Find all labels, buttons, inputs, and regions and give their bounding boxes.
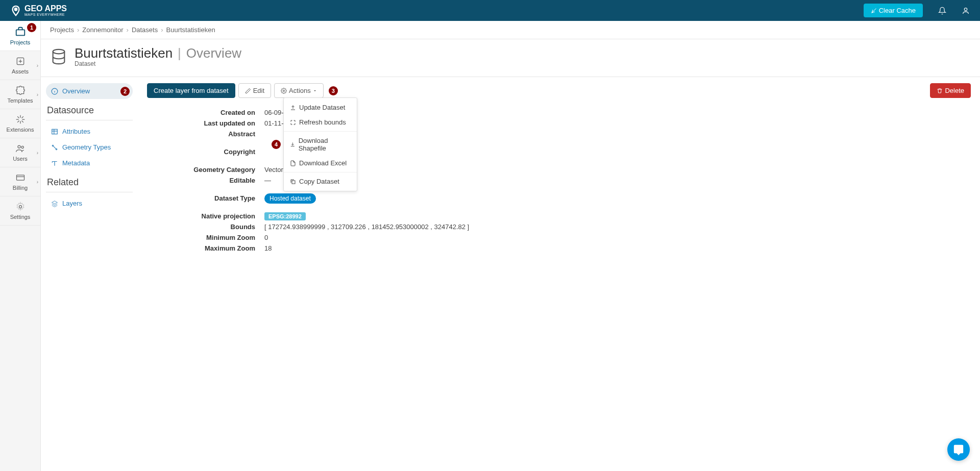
svg-point-11 [52,145,53,146]
briefcase-icon [15,26,26,37]
page-tab-name: Overview [186,45,241,61]
nav-billing[interactable]: Billing › [0,167,40,196]
svg-point-12 [56,148,57,150]
prop-native-projection-badge: EPSG:28992 [264,212,306,220]
svg-rect-10 [52,129,58,134]
breadcrumb-datasets[interactable]: Datasets [132,26,158,34]
prop-dataset-type-badge: Hosted dataset [264,193,316,204]
nav-extensions[interactable]: Extensions [0,109,40,138]
caret-down-icon [313,89,317,93]
breadcrumb-current: Buurtstatistieken [166,26,215,34]
breadcrumb-projects[interactable]: Projects [50,26,74,34]
prop-geometry-category-value: Vector [264,166,283,173]
plus-square-icon [15,56,26,66]
layers-icon [51,200,58,207]
prop-bounds-value: [ 172724.938999999 , 312709.226 , 181452… [264,223,469,231]
prop-bounds-label: Bounds [147,223,264,231]
chevron-right-icon: › [37,179,38,185]
action-download-excel[interactable]: Download Excel [284,156,357,170]
breadcrumb-project[interactable]: Zonnemonitor [82,26,123,34]
subnav-metadata[interactable]: Metadata [46,155,133,171]
create-layer-button[interactable]: Create layer from dataset [147,83,235,98]
top-bar: GEO APPS MAPS EVERYWHERE Clear Cache [0,0,980,21]
svg-point-1 [964,8,967,10]
subnav-attributes[interactable]: Attributes [46,123,133,139]
tutorial-badge-1: 1 [27,23,36,32]
prop-abstract-label: Abstract [147,130,264,138]
prop-copyright-label: Copyright [147,148,264,156]
svg-point-0 [15,8,17,10]
tutorial-badge-3: 3 [329,86,338,95]
action-download-shapefile[interactable]: 4 Download Shapefile [284,133,357,156]
nav-templates[interactable]: Templates › [0,80,40,109]
content-area: Projects › Zonnemonitor › Datasets › Buu… [41,21,980,471]
notifications-icon[interactable] [938,7,946,15]
toolbar: Create layer from dataset Edit Actions 3 [147,83,971,98]
nav-assets[interactable]: Assets › [0,51,40,80]
main-panel: Create layer from dataset Edit Actions 3 [138,77,980,471]
properties-list: Created on06-09-20… Last updated on01-11… [147,107,971,254]
svg-point-4 [18,145,20,148]
clean-icon [871,8,877,14]
action-update-dataset[interactable]: Update Dataset [284,100,357,115]
prop-min-zoom-label: Minimum Zoom [147,234,264,241]
geometry-icon [51,144,58,151]
download-icon [290,141,296,147]
prop-created-on-label: Created on [147,109,264,116]
prop-max-zoom-label: Maximum Zoom [147,244,264,252]
nav-projects[interactable]: Projects 1 [0,21,40,51]
puzzle-icon [15,85,26,95]
subnav-geometry-types[interactable]: Geometry Types [46,139,133,155]
action-copy-dataset[interactable]: Copy Dataset [284,174,357,189]
pencil-icon [245,88,251,94]
trash-icon [937,88,943,94]
maximize-icon [290,119,296,126]
gear-icon [281,88,287,94]
page-header: Buurtstatistieken | Overview Dataset [41,39,980,77]
chat-icon [953,444,964,455]
subnav-heading-datasource: Datasource [46,101,133,118]
subnav-heading-related: Related [46,173,133,190]
tutorial-badge-2: 2 [120,87,130,96]
prop-editable-value: — [264,177,271,184]
database-icon [50,48,67,65]
action-refresh-bounds[interactable]: Refresh bounds [284,115,357,130]
svg-rect-14 [292,181,295,184]
svg-rect-6 [16,175,24,180]
user-icon[interactable] [962,7,970,15]
edit-button[interactable]: Edit [238,83,271,98]
prop-min-zoom-value: 0 [264,234,268,241]
prop-max-zoom-value: 18 [264,244,272,252]
actions-dropdown-button[interactable]: Actions [274,83,324,98]
svg-point-8 [53,49,65,54]
card-icon [15,172,26,183]
info-icon [51,88,58,95]
subnav-overview[interactable]: Overview 2 [46,83,133,99]
upload-icon [290,105,296,111]
actions-menu: Update Dataset Refresh bounds 4 Download… [283,97,357,191]
svg-point-13 [283,90,285,91]
clear-cache-button[interactable]: Clear Cache [864,4,923,17]
prop-editable-label: Editable [147,177,264,184]
prop-dataset-type-label: Dataset Type [147,194,264,202]
subnav-layers[interactable]: Layers [46,195,133,211]
breadcrumb: Projects › Zonnemonitor › Datasets › Buu… [41,21,980,39]
text-icon [51,160,58,167]
nav-users[interactable]: Users › [0,138,40,167]
brand-logo[interactable]: GEO APPS MAPS EVERYWHERE [10,5,67,16]
sub-nav: Overview 2 Datasource Attributes Geometr… [41,77,138,471]
page-subtitle: Dataset [75,60,241,67]
svg-rect-2 [16,30,24,35]
chevron-right-icon: › [37,63,38,68]
chevron-right-icon: › [37,92,38,97]
delete-button[interactable]: Delete [930,83,971,98]
left-nav: Projects 1 Assets › Templates › Extensio… [0,21,41,471]
gear-icon [15,202,26,212]
prop-geometry-category-label: Geometry Category [147,166,264,173]
copy-icon [290,179,296,185]
chevron-right-icon: › [37,150,38,156]
chat-fab[interactable] [947,438,970,461]
file-icon [290,160,296,166]
prop-native-projection-label: Native projection [147,212,264,220]
nav-settings[interactable]: Settings [0,196,40,226]
